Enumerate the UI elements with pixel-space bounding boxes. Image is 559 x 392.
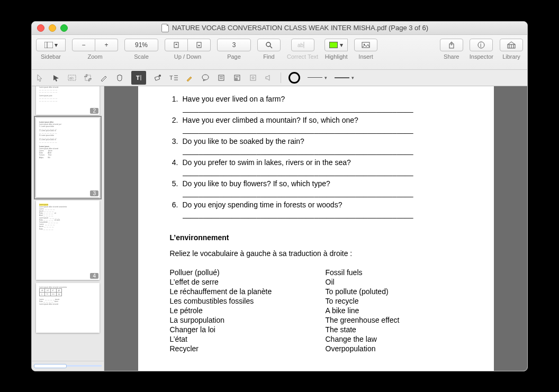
page-content: 1. Have you ever lived on a farm? ______… xyxy=(138,86,494,371)
share-button[interactable] xyxy=(440,39,463,51)
question-item: 6. Do you enjoy spending time in forests… xyxy=(170,200,462,218)
vocab-term-right: Change the law xyxy=(326,335,462,343)
question-number: 6. xyxy=(170,200,178,218)
hand-tool-icon[interactable] xyxy=(115,74,124,82)
pointer-tool-icon[interactable] xyxy=(52,74,60,82)
vocab-term-right: A bike line xyxy=(326,306,462,315)
area-select-tool-icon[interactable]: ab xyxy=(68,74,76,82)
line-style-dropdown[interactable]: ▾ xyxy=(308,75,327,80)
vocab-term-right: The greenhouse effect xyxy=(326,316,462,324)
crop-tool-icon[interactable] xyxy=(84,74,92,82)
insert-group: Insert xyxy=(354,39,377,60)
question-text: Do you prefer to swim in lakes, rivers o… xyxy=(183,158,413,167)
page-number-badge: 2 xyxy=(90,108,98,114)
library-button[interactable] xyxy=(500,39,523,51)
text-cursor-tool-icon[interactable] xyxy=(36,74,44,82)
text-style-tool-icon[interactable]: T xyxy=(169,74,178,82)
comment-tool-icon[interactable] xyxy=(201,74,210,82)
answer-blank: ________________________________________… xyxy=(183,168,413,176)
vocab-term-left: L’effet de serre xyxy=(170,278,326,286)
vocab-term-left: Le pétrole xyxy=(170,306,326,315)
titlebar: NATURE VOCAB CONVERSATION CLASS WEAK INT… xyxy=(32,22,527,35)
find-label: Find xyxy=(263,53,274,60)
section-heading: L’environnement xyxy=(170,233,462,242)
vocab-term-right: Oil xyxy=(326,278,462,286)
close-window-button[interactable] xyxy=(37,24,44,32)
marker-tool-icon[interactable] xyxy=(185,74,194,82)
question-text: Have you ever lived on a farm? xyxy=(183,95,413,103)
form-tool-icon[interactable] xyxy=(233,74,241,82)
share-label: Share xyxy=(444,53,459,60)
text-tool-icon[interactable]: T xyxy=(131,71,146,85)
inspector-button[interactable]: i xyxy=(470,39,493,51)
sidebar-toggle-button[interactable]: ▾ xyxy=(36,39,66,51)
inspector-label: Inspector xyxy=(470,53,493,60)
annotation-toolbar: ab T T ▾ ▾ xyxy=(32,70,527,86)
stroke-color-tool[interactable] xyxy=(288,72,300,84)
scale-field[interactable]: 91% xyxy=(124,39,158,51)
page-group: 3 Page xyxy=(217,39,251,60)
line-weight-dropdown[interactable]: ▾ xyxy=(335,75,354,80)
thumbnail-page-5[interactable]: Lorem ipsum dolor sit amet consecteturab… xyxy=(36,283,100,333)
zoom-window-button[interactable] xyxy=(60,24,68,32)
question-number: 4. xyxy=(170,158,178,176)
link-tool-icon[interactable] xyxy=(249,74,257,82)
svg-rect-29 xyxy=(219,75,224,80)
minimize-window-button[interactable] xyxy=(49,24,56,32)
scale-group: 91% Scale xyxy=(124,39,158,60)
svg-point-4 xyxy=(266,42,271,47)
page-viewport[interactable]: 1. Have you ever lived on a farm? ______… xyxy=(104,86,527,371)
svg-text:ab: ab xyxy=(297,42,304,48)
updown-label: Up / Down xyxy=(174,53,201,60)
highlight-group: ▾ Highlight xyxy=(324,39,348,60)
thumbnail-page-4[interactable]: Lorem ipsumLorem ipsum dolor sit amet co… xyxy=(36,200,100,280)
svg-text:ab: ab xyxy=(69,76,74,80)
highlight-button[interactable]: ▾ xyxy=(324,39,348,51)
find-button[interactable] xyxy=(257,39,281,51)
svg-point-28 xyxy=(202,75,209,80)
svg-text:T: T xyxy=(136,75,140,81)
vocab-term-left: L’état xyxy=(170,335,326,343)
svg-line-5 xyxy=(270,46,272,48)
svg-rect-0 xyxy=(44,42,53,48)
question-item: 4. Do you prefer to swim in lakes, river… xyxy=(170,158,462,176)
inspector-group: i Inspector xyxy=(470,39,493,60)
page-field[interactable]: 3 xyxy=(217,39,251,51)
zoom-out-button[interactable]: − xyxy=(72,39,95,51)
thumbnail-page-3[interactable]: Lorem ipsum dolorLorem ipsum dolor sit a… xyxy=(36,118,100,197)
insert-label: Insert xyxy=(358,53,373,60)
zoom-in-button[interactable]: + xyxy=(95,39,118,51)
vocab-term-right: To recycle xyxy=(326,297,462,305)
vocab-term-left: Changer la loi xyxy=(170,325,326,334)
main-toolbar: ▾ Sidebar − + Zoom 91% Scale xyxy=(32,35,527,70)
window-title: NATURE VOCAB CONVERSATION CLASS WEAK INT… xyxy=(68,24,522,32)
question-item: 1. Have you ever lived on a farm? ______… xyxy=(170,95,462,113)
insert-button[interactable] xyxy=(354,39,377,51)
sidebar-scrollbar[interactable] xyxy=(32,361,104,371)
thumbnail-sidebar: Lorem ipsum dolor sit amet.__________ __… xyxy=(32,86,104,371)
question-text: Do you like to be soaked by the rain? xyxy=(183,137,413,145)
app-window: NATURE VOCAB CONVERSATION CLASS WEAK INT… xyxy=(31,21,528,371)
vocab-term-left: Recycler xyxy=(170,344,326,353)
page-down-button[interactable] xyxy=(188,39,211,51)
vocab-term-right: To pollute (poluted) xyxy=(326,287,462,296)
pencil-tool-icon[interactable] xyxy=(100,74,108,82)
vocab-term-left: Les combustibles fossiles xyxy=(170,297,326,305)
vocab-term-left: La surpopulation xyxy=(170,316,326,324)
answer-blank: ________________________________________… xyxy=(183,189,413,197)
thumbnail-list[interactable]: Lorem ipsum dolor sit amet.__________ __… xyxy=(32,86,104,361)
vocab-columns: Polluer (pollué)L’effet de serreLe récha… xyxy=(170,268,462,353)
sound-tool-icon[interactable] xyxy=(265,74,273,82)
content-area: Lorem ipsum dolor sit amet.__________ __… xyxy=(32,86,527,371)
thumbnail-page-2[interactable]: Lorem ipsum dolor sit amet.__________ __… xyxy=(36,86,100,115)
answer-blank: ________________________________________… xyxy=(183,125,413,134)
note-tool-icon[interactable] xyxy=(217,74,226,82)
eraser-tool-icon[interactable] xyxy=(154,74,162,82)
page-up-button[interactable] xyxy=(165,39,188,51)
answer-blank: ________________________________________… xyxy=(183,210,413,218)
vocab-term-right: Overpopulation xyxy=(326,344,462,353)
vocab-term-right: Fossil fuels xyxy=(326,268,462,277)
page-label: Page xyxy=(227,53,241,60)
share-group: Share xyxy=(440,39,463,60)
answer-blank: ________________________________________… xyxy=(183,104,413,113)
